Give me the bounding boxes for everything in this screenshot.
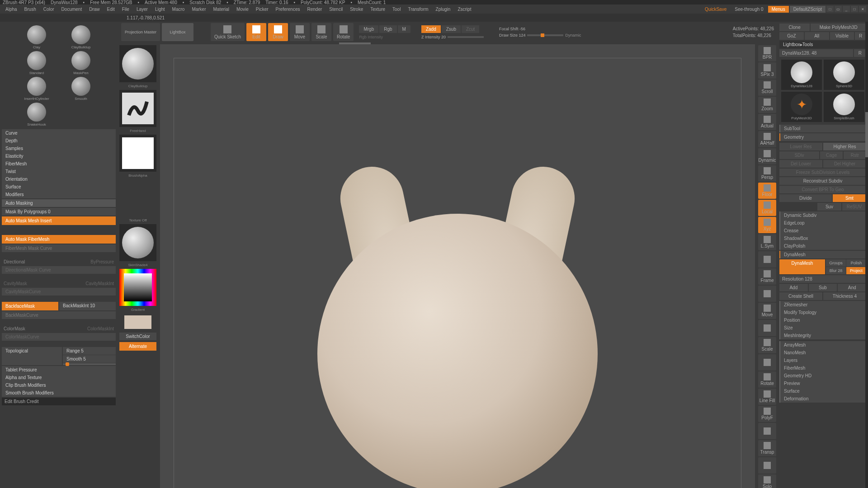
gradient-toggle[interactable]: Gradient [131,308,145,312]
menu-preferences[interactable]: Preferences [272,6,304,13]
section-crease[interactable]: Crease [779,227,866,235]
rgb-button[interactable]: Rgb [379,25,396,33]
draw-size-slider[interactable] [527,34,563,36]
thickness-slider[interactable]: Thickness 4 [823,292,866,300]
groups-button[interactable]: Groups [826,259,846,267]
nav-transp[interactable]: Transp [758,440,776,456]
color-swatch[interactable] [124,315,151,329]
backmask-curve[interactable]: BackMaskCurve [2,311,116,319]
projection-master-button[interactable]: Projection Master [121,23,160,41]
dynamesh-section[interactable]: DynaMesh [779,251,866,258]
brush-selector[interactable] [119,45,156,82]
resuv-button[interactable]: ReSUV [842,203,866,211]
nav-blank[interactable] [758,251,776,267]
clone-button[interactable]: Clone [779,23,810,31]
tool-polymesh3d[interactable]: ✦PolyMesh3D [781,92,822,122]
viewport-canvas[interactable] [160,44,755,488]
move-mode-button[interactable]: Move [290,23,310,41]
fiber-mask-curve[interactable]: FiberMesh Mask Curve [2,244,116,252]
nav-polyf[interactable]: PolyF [758,406,776,422]
stroke-selector[interactable] [119,90,156,127]
section-arraymesh[interactable]: ArrayMesh [779,341,866,349]
menu-edit[interactable]: Edit [104,6,118,13]
section-modify-topology[interactable]: Modify Topology [779,309,866,316]
convert-bpr-button[interactable]: Convert BPR To Geo [779,186,866,193]
lower-res-button[interactable]: Lower Res [779,143,822,150]
smt-button[interactable]: Smt [833,194,866,202]
scale-mode-button[interactable]: Scale [311,23,331,41]
mask-polygroups[interactable]: Mask By Polygroups 0 [2,208,116,216]
menu-light[interactable]: Light [151,6,169,13]
texture-selector[interactable] [119,179,156,216]
nav-line-fill[interactable]: Line Fill [758,389,776,405]
section-deformation[interactable]: Deformation [779,395,866,403]
tool-sphere3d[interactable]: Sphere3D [824,60,864,90]
cavity-label[interactable]: CavityMask [4,281,84,286]
nav-blank[interactable] [758,286,776,302]
freeze-subdiv-button[interactable]: Freeze SubDivision Levels [779,169,866,176]
brush-maskpen[interactable]: MaskPen [60,51,102,75]
nav-dynamic[interactable]: Dynamic [758,148,776,164]
menu-color[interactable]: Color [40,6,58,13]
nav-l.sym[interactable]: L.Sym [758,234,776,250]
menu-tool[interactable]: Tool [389,6,404,13]
section-shadowbox[interactable]: ShadowBox [779,235,866,242]
m-button[interactable]: M [398,25,410,33]
menu-brush[interactable]: Brush [21,6,40,13]
menu-movie[interactable]: Movie [233,6,252,13]
window-button[interactable]: ▭ [835,6,842,12]
colormask-label[interactable]: ColorMask [4,326,85,331]
lightbox-button[interactable]: LightBox [162,23,193,41]
cage-button[interactable]: Cage [820,151,843,159]
nav-blank[interactable] [758,457,776,474]
nav-aahalf[interactable]: AAHalf [758,131,776,147]
alpha-selector[interactable] [119,135,156,172]
section-alpha-and-texture[interactable]: Alpha and Texture [2,374,116,381]
sub-button[interactable]: Sub [809,284,837,291]
blur-slider[interactable]: Blur 28 [826,267,846,274]
section-position[interactable]: Position [779,316,866,324]
section-layers[interactable]: Layers [779,357,866,364]
section-surface[interactable]: Surface [779,387,866,395]
menu-draw[interactable]: Draw [85,6,103,13]
section-smooth-brush-modifiers[interactable]: Smooth Brush Modifiers [2,389,116,397]
section-elasticity[interactable]: Elasticity [2,152,116,160]
section-surface[interactable]: Surface [2,183,116,191]
section-preview[interactable]: Preview [779,380,866,387]
brush-snakehook[interactable]: SnakeHook [15,103,58,127]
nav-frame[interactable]: Frame [758,268,776,285]
draw-mode-button[interactable]: Draw [268,23,288,41]
brush-clay[interactable]: Clay [15,25,58,49]
scrollbar[interactable] [865,22,868,488]
goz-visible-button[interactable]: Visible [830,32,854,40]
section-nanomesh[interactable]: NanoMesh [779,349,866,357]
color-picker[interactable] [119,269,156,306]
project-button[interactable]: Project [846,267,866,274]
menu-macro[interactable]: Macro [169,6,189,13]
edit-mode-button[interactable]: Edit [246,23,266,41]
auto-mask-insert-button[interactable]: Auto Mask Mesh Insert [2,216,116,225]
nav-actual[interactable]: Actual [758,114,776,130]
menu-marker[interactable]: Marker [188,6,209,13]
del-higher-button[interactable]: Del Higher [823,160,866,168]
nav-scroll[interactable]: Scroll [758,80,776,96]
nav-move[interactable]: Move [758,303,776,319]
seethrough-slider[interactable]: See-through 0 [731,6,767,13]
section-tablet-pressure[interactable]: Tablet Pressure [2,366,116,374]
section-size[interactable]: Size [779,324,866,332]
z-intensity-label[interactable]: Z Intensity 20 [421,35,446,39]
reconstruct-button[interactable]: Reconstruct Subdiv [779,177,866,185]
topological-label[interactable]: Topological [2,347,62,365]
draw-size-label[interactable]: Draw Size 124 [499,33,526,38]
section-claypolish[interactable]: ClayPolish [779,242,866,250]
tool-name-field[interactable]: DynaWax128. 48 [779,49,853,57]
goz-button[interactable]: GoZ [779,32,804,40]
nav-spix-3[interactable]: SPix 3 [758,62,776,79]
menu-stencil[interactable]: Stencil [326,6,346,13]
range-slider[interactable]: Range 5 [63,347,116,355]
section-clip-brush-modifiers[interactable]: Clip Brush Modifiers [2,381,116,389]
switch-color-button[interactable]: SwitchColor [119,333,156,340]
and-button[interactable]: And [838,284,866,291]
dynamic-label[interactable]: Dynamic [565,33,581,38]
menu-transform[interactable]: Transform [404,6,432,13]
